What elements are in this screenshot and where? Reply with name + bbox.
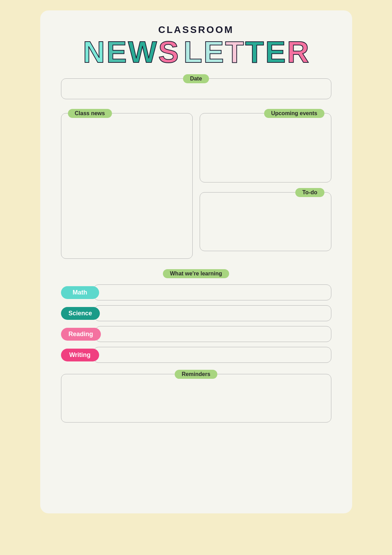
class-news-box[interactable]: [61, 113, 193, 259]
reminders-label: Reminders: [175, 370, 217, 379]
reading-pill: Reading: [61, 328, 101, 341]
class-news-section: Class news: [61, 109, 193, 259]
letter-E3: E: [264, 37, 286, 67]
math-input-box[interactable]: [94, 284, 331, 300]
subject-row-science: Science: [61, 305, 331, 321]
learning-section: What we're learning Math Science Reading…: [61, 269, 331, 363]
classroom-title: CLASSROOM: [61, 24, 331, 35]
math-pill: Math: [61, 286, 99, 299]
right-col: Upcoming events To-do: [200, 109, 331, 259]
todo-label-wrap: To-do: [200, 188, 324, 197]
subject-row-writing: Writing: [61, 347, 331, 363]
todo-box[interactable]: [200, 192, 331, 251]
two-col-section: Class news Upcoming events To-do: [61, 109, 331, 259]
letter-N: N: [82, 37, 106, 67]
letter-W: W: [128, 37, 158, 67]
science-pill: Science: [61, 307, 100, 320]
todo-section: To-do: [200, 188, 331, 251]
upcoming-events-section: Upcoming events: [200, 109, 331, 182]
letter-S: S: [158, 37, 180, 67]
header: CLASSROOM N E W S L E T T E R: [61, 24, 331, 67]
upcoming-events-label: Upcoming events: [264, 109, 324, 118]
newsletter-title: N E W S L E T T E R: [61, 37, 331, 67]
date-label: Date: [183, 74, 209, 83]
writing-pill: Writing: [61, 349, 99, 361]
letter-T2: T: [245, 37, 265, 67]
todo-label: To-do: [295, 188, 324, 197]
writing-input-box[interactable]: [94, 347, 331, 363]
subject-row-reading: Reading: [61, 326, 331, 342]
newsletter-page: CLASSROOM N E W S L E T T E R Date Class…: [40, 10, 352, 513]
letter-R: R: [286, 37, 310, 67]
reminders-box[interactable]: [61, 374, 331, 422]
learning-header: What we're learning: [61, 269, 331, 278]
upcoming-events-box[interactable]: [200, 113, 331, 182]
reminders-label-wrap: Reminders: [61, 370, 331, 379]
date-section: Date: [61, 74, 331, 99]
upcoming-label-wrap: Upcoming events: [200, 109, 324, 118]
reading-input-box[interactable]: [95, 326, 331, 342]
letter-T1: T: [225, 37, 245, 67]
science-input-box[interactable]: [94, 305, 331, 321]
class-news-label-wrap: Class news: [68, 109, 193, 118]
letter-L: L: [183, 37, 203, 67]
letter-E2: E: [203, 37, 225, 67]
date-label-wrap: Date: [61, 74, 331, 83]
subject-row-math: Math: [61, 284, 331, 300]
letter-E1: E: [106, 37, 128, 67]
what-learning-label: What we're learning: [163, 269, 229, 278]
class-news-label: Class news: [68, 109, 112, 118]
reminders-section: Reminders: [61, 370, 331, 422]
